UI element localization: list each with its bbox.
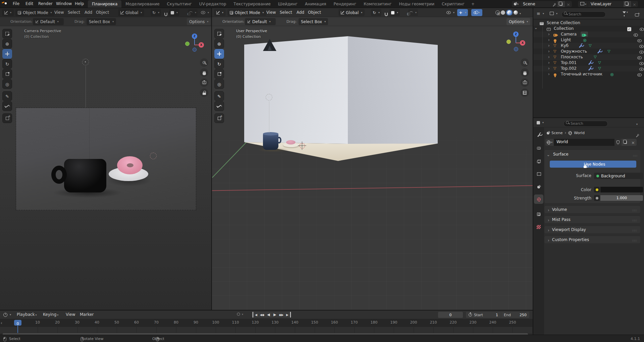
- frame-range-start[interactable]: Start 1: [466, 312, 501, 318]
- unlink-world-button[interactable]: [630, 139, 637, 146]
- menu-object[interactable]: Object: [307, 10, 322, 15]
- cup-object[interactable]: [263, 133, 278, 150]
- tool-move[interactable]: [214, 49, 224, 59]
- light-gizmo[interactable]: [82, 59, 89, 65]
- properties-options-dropdown[interactable]: [636, 120, 638, 126]
- navigation-gizmo[interactable]: Z X: [181, 33, 205, 53]
- tool-annotate[interactable]: [214, 91, 224, 101]
- menu-playback[interactable]: Playback: [15, 312, 38, 317]
- view-layer-remove-button[interactable]: [631, 1, 638, 7]
- gizmos-toggle[interactable]: [457, 9, 468, 16]
- gizmo-minus-z-axis[interactable]: [514, 47, 518, 51]
- hide-toggle[interactable]: [634, 34, 638, 37]
- outliner-search-input[interactable]: [561, 11, 606, 17]
- drag-value-dropdown[interactable]: Select Box: [87, 18, 116, 25]
- expand-icon[interactable]: [548, 43, 550, 48]
- outliner-row-scene-collection[interactable]: Scene Collection: [533, 20, 644, 26]
- color-field[interactable]: [600, 187, 643, 192]
- snap-settings-dropdown[interactable]: [389, 9, 400, 16]
- menu-marker[interactable]: Marker: [78, 312, 95, 317]
- tool-transform[interactable]: [214, 79, 224, 89]
- tool-select-box[interactable]: [214, 29, 224, 39]
- pin-id-button[interactable]: [637, 134, 639, 136]
- zoom-button[interactable]: [521, 58, 529, 67]
- expand-icon[interactable]: [548, 55, 550, 59]
- properties-search-input[interactable]: [564, 121, 608, 127]
- world-name-field[interactable]: World: [554, 139, 614, 146]
- shading-solid-button[interactable]: [501, 10, 505, 15]
- camera-data-badge[interactable]: [581, 32, 588, 37]
- menu-add[interactable]: Add: [295, 10, 306, 15]
- scene-copy-button[interactable]: [557, 1, 565, 7]
- new-collection-button[interactable]: [635, 13, 639, 16]
- gizmo-z-axis[interactable]: Z: [192, 34, 197, 39]
- tab-uv-editor[interactable]: UV-редактор: [196, 0, 229, 8]
- tool-move[interactable]: [2, 49, 12, 59]
- camera-frame[interactable]: [16, 108, 196, 210]
- playhead[interactable]: 0: [14, 320, 21, 326]
- hide-toggle[interactable]: [637, 39, 642, 42]
- tool-scale[interactable]: [2, 69, 12, 79]
- gizmo-y-axis[interactable]: [506, 40, 511, 44]
- current-frame-field[interactable]: 0: [438, 312, 463, 318]
- hide-toggle[interactable]: [639, 62, 644, 65]
- tool-annotate[interactable]: [2, 91, 12, 101]
- menu-select[interactable]: Select: [278, 10, 293, 15]
- menu-window[interactable]: Window: [55, 1, 73, 6]
- add-workspace-button[interactable]: +: [469, 0, 477, 8]
- outliner-row-collection[interactable]: Collection: [533, 26, 644, 32]
- volume-panel[interactable]: Volume: [544, 206, 641, 214]
- panel-drag-handle[interactable]: [633, 207, 637, 213]
- tool-rotate[interactable]: [2, 59, 12, 69]
- expand-icon[interactable]: [548, 66, 550, 71]
- copy-world-button[interactable]: [622, 139, 630, 146]
- play-button[interactable]: ▶: [272, 312, 278, 318]
- orientation-value-dropdown[interactable]: Default: [245, 18, 276, 25]
- outliner-row-light[interactable]: Light: [533, 37, 644, 43]
- tab-output[interactable]: [534, 156, 543, 166]
- visibility-dropdown[interactable]: [445, 9, 456, 16]
- tool-cursor[interactable]: [214, 39, 224, 49]
- pivot-dropdown[interactable]: [371, 9, 381, 16]
- viewport-camera-content[interactable]: Camera Perspective (0) Collection: [0, 26, 211, 310]
- outliner-row-camera[interactable]: Camera: [533, 32, 644, 37]
- expand-icon[interactable]: [548, 49, 550, 54]
- tab-object[interactable]: [534, 210, 543, 219]
- pivot-dropdown[interactable]: [151, 9, 161, 16]
- orientation-dropdown[interactable]: Global: [118, 9, 144, 16]
- tool-select-box[interactable]: [2, 29, 12, 39]
- collapse-icon[interactable]: [535, 26, 537, 31]
- camera-view-button[interactable]: [200, 78, 208, 87]
- gizmo-y-axis[interactable]: [185, 42, 190, 46]
- tab-modelirovanie[interactable]: Моделирование: [122, 0, 163, 8]
- hide-toggle[interactable]: [637, 73, 642, 76]
- gizmo-x-axis[interactable]: X: [199, 42, 204, 48]
- tab-rendering[interactable]: Рендеринг: [330, 0, 360, 8]
- falloff-dropdown[interactable]: [188, 9, 198, 16]
- tab-render[interactable]: [534, 144, 543, 153]
- menu-edit[interactable]: Edit: [24, 1, 35, 6]
- outliner-row-kub[interactable]: Куб: [533, 43, 644, 49]
- panel-drag-handle[interactable]: [633, 152, 638, 158]
- hide-toggle[interactable]: [640, 28, 644, 31]
- panel-drag-handle[interactable]: [633, 237, 637, 243]
- frame-range-end[interactable]: End 250: [501, 312, 529, 318]
- camera-lock-button[interactable]: [200, 89, 208, 97]
- pan-button[interactable]: [521, 68, 529, 77]
- donut-object[interactable]: [286, 140, 296, 145]
- camera-view-button[interactable]: [521, 78, 529, 87]
- breadcrumb-world[interactable]: World: [574, 131, 585, 135]
- menu-render[interactable]: Render: [37, 1, 54, 6]
- expand-icon[interactable]: [548, 72, 550, 76]
- viewport-display-panel[interactable]: Viewport Display: [544, 226, 641, 234]
- navigation-gizmo[interactable]: Z X: [502, 31, 526, 51]
- tab-skulpting[interactable]: Скульптинг: [164, 0, 195, 8]
- panel-drag-handle[interactable]: [633, 227, 637, 233]
- outliner-filter-dropdown[interactable]: [623, 11, 628, 14]
- view-layer-copy-button[interactable]: [624, 1, 631, 7]
- menu-select[interactable]: Select: [66, 10, 82, 15]
- previous-keyframe-button[interactable]: ◀◆: [259, 312, 265, 318]
- tab-animatsiya[interactable]: Анимация: [302, 0, 329, 8]
- menu-view[interactable]: View: [64, 312, 76, 317]
- gizmo-z-axis[interactable]: Z: [513, 32, 519, 37]
